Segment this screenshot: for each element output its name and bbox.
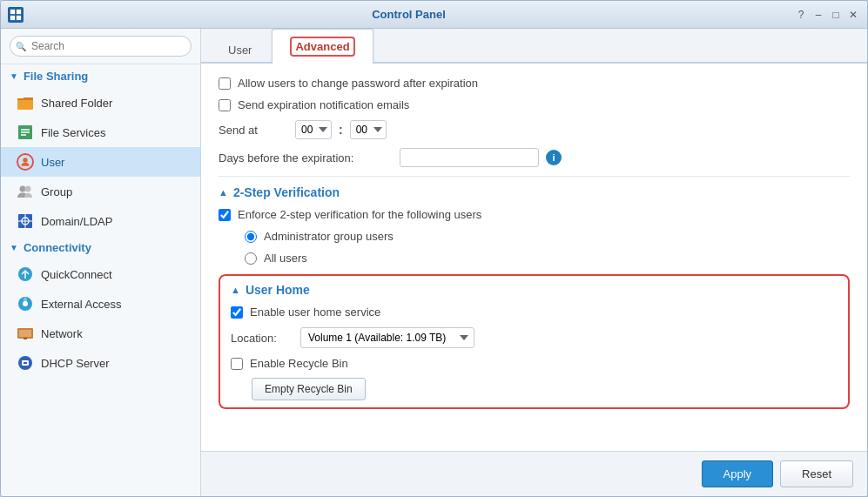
svg-rect-22 [24, 338, 27, 339]
send-at-row: Send at 000102061218 : 00153045 [219, 116, 850, 144]
shared-folder-label: Shared Folder [41, 97, 112, 110]
enable-user-home-row: Enable user home service [231, 301, 838, 323]
network-icon [17, 325, 34, 342]
sidebar-item-network[interactable]: Network [1, 319, 200, 348]
search-input[interactable] [10, 36, 192, 57]
enable-recycle-label: Enable Recycle Bin [250, 357, 348, 370]
send-at-hours-select[interactable]: 000102061218 [295, 120, 332, 139]
svg-rect-1 [17, 9, 21, 13]
enable-recycle-checkbox[interactable] [231, 358, 243, 370]
svg-rect-0 [10, 9, 15, 13]
shared-folder-icon [17, 94, 34, 111]
domain-icon [17, 212, 34, 230]
two-step-section-header: ▲ 2-Step Verification [219, 176, 850, 204]
external-access-icon [17, 295, 34, 312]
title-bar: Control Panel ? – □ ✕ [1, 1, 867, 29]
external-access-label: External Access [41, 298, 122, 311]
user-home-title: User Home [246, 283, 310, 297]
title-bar-left [8, 7, 24, 23]
tab-user[interactable]: User [210, 36, 270, 64]
svg-point-10 [20, 186, 26, 192]
two-step-title: 2-Step Verification [233, 185, 340, 199]
chevron-down-icon-2: ▼ [10, 243, 18, 252]
time-colon: : [339, 123, 343, 137]
location-select[interactable]: Volume 1 (Available: 1.09 TB) [300, 327, 474, 348]
sidebar-item-group[interactable]: Group [1, 177, 200, 206]
send-at-label: Send at [219, 124, 288, 137]
file-services-icon [17, 124, 34, 141]
allow-change-password-checkbox[interactable] [219, 77, 231, 90]
apply-button[interactable]: Apply [702, 460, 774, 487]
footer: Apply Reset [201, 451, 867, 496]
sidebar-item-domain-ldap[interactable]: Domain/LDAP [1, 206, 200, 236]
sidebar-item-quickconnect[interactable]: QuickConnect [1, 259, 200, 289]
network-label: Network [41, 327, 83, 340]
svg-rect-21 [19, 330, 31, 337]
domain-ldap-label: Domain/LDAP [41, 215, 112, 228]
close-button[interactable]: ✕ [846, 8, 860, 22]
reset-button[interactable]: Reset [780, 460, 853, 487]
sidebar-section-connectivity[interactable]: ▼ Connectivity [1, 236, 200, 259]
info-icon[interactable]: i [546, 150, 562, 165]
sidebar: ▼ File Sharing Shared Folder [1, 29, 201, 496]
user-home-section: ▲ User Home Enable user home service Loc… [219, 274, 850, 409]
all-users-radio[interactable] [245, 252, 257, 265]
window-controls: ? – □ ✕ [794, 8, 860, 22]
svg-rect-2 [10, 15, 15, 19]
minimize-button[interactable]: – [811, 8, 825, 22]
user-label: User [41, 156, 64, 169]
help-button[interactable]: ? [794, 8, 808, 22]
main-window: Control Panel ? – □ ✕ ▼ File Sharing [0, 0, 868, 497]
admin-group-label: Administrator group users [264, 230, 394, 243]
group-label: Group [41, 185, 72, 198]
enforce-2step-label: Enforce 2-step verification for the foll… [238, 208, 481, 221]
svg-point-9 [23, 158, 27, 162]
sidebar-section-file-sharing[interactable]: ▼ File Sharing [1, 64, 200, 88]
file-sharing-label: File Sharing [24, 70, 88, 83]
sidebar-item-shared-folder[interactable]: Shared Folder [1, 88, 200, 118]
tab-advanced[interactable]: Advanced [272, 29, 373, 64]
tabs-bar: User Advanced [201, 29, 867, 64]
content-body: Allow users to change password after exp… [201, 64, 867, 451]
location-row: Location: Volume 1 (Available: 1.09 TB) [231, 323, 838, 353]
days-before-label: Days before the expiration: [219, 151, 393, 165]
location-label: Location: [231, 332, 292, 345]
content-area: User Advanced Allow users to change pass… [201, 29, 867, 496]
svg-point-11 [25, 186, 31, 192]
all-users-row: All users [245, 247, 850, 269]
empty-recycle-bin-button[interactable]: Empty Recycle Bin [252, 378, 366, 400]
enable-user-home-label: Enable user home service [250, 306, 380, 319]
sidebar-item-file-services[interactable]: File Services [1, 118, 200, 147]
sidebar-item-external-access[interactable]: External Access [1, 289, 200, 319]
two-step-chevron-icon: ▲ [219, 187, 228, 198]
sidebar-item-user[interactable]: User [1, 147, 200, 177]
days-before-input[interactable] [400, 148, 539, 167]
window-title: Control Panel [24, 8, 794, 21]
svg-rect-25 [24, 362, 27, 364]
admin-group-radio[interactable] [245, 231, 257, 243]
enforce-2step-row: Enforce 2-step verification for the foll… [219, 204, 850, 225]
connectivity-label: Connectivity [24, 241, 91, 254]
days-before-row: Days before the expiration: i [219, 144, 850, 171]
sidebar-search-area [1, 29, 200, 64]
all-users-label: All users [264, 252, 307, 265]
group-icon [17, 183, 34, 200]
main-area: ▼ File Sharing Shared Folder [1, 29, 867, 496]
dhcp-server-label: DHCP Server [41, 357, 110, 370]
enable-recycle-row: Enable Recycle Bin [231, 353, 838, 374]
enforce-2step-checkbox[interactable] [219, 209, 231, 221]
allow-change-password-row: Allow users to change password after exp… [219, 72, 850, 94]
maximize-button[interactable]: □ [829, 8, 843, 22]
allow-change-password-label: Allow users to change password after exp… [238, 77, 478, 90]
search-input-wrap [10, 36, 192, 57]
sidebar-item-dhcp-server[interactable]: DHCP Server [1, 348, 200, 378]
user-home-chevron-icon: ▲ [231, 285, 240, 295]
tab-advanced-label-wrap: Advanced [290, 37, 354, 57]
send-notification-checkbox[interactable] [219, 99, 231, 111]
dhcp-icon [17, 354, 34, 372]
user-icon [17, 153, 34, 171]
enable-user-home-checkbox[interactable] [231, 306, 243, 319]
send-at-minutes-select[interactable]: 00153045 [350, 120, 387, 139]
chevron-down-icon: ▼ [10, 71, 18, 81]
tab-advanced-label: Advanced [295, 40, 349, 53]
